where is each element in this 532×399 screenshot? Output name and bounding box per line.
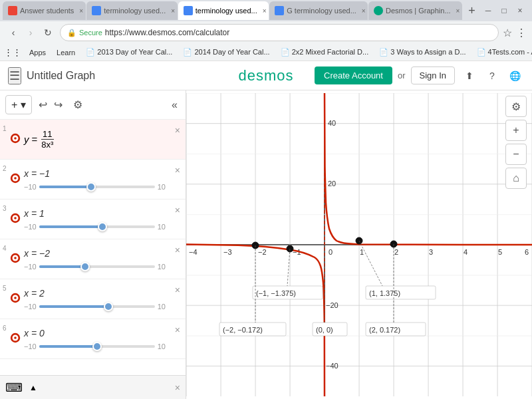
zoom-in-button[interactable]: + [505, 120, 527, 141]
new-tab-button[interactable]: + [463, 1, 481, 20]
graph-settings-button[interactable]: ⚙ [505, 96, 527, 117]
svg-point-11 [14, 257, 17, 259]
bookmarks-bar: ⋮⋮ Apps Learn 📄 2013 Day of Year Cal... … [0, 44, 532, 61]
expression-item-4: 4 × x = −2 −10 10 [0, 239, 186, 279]
url-bar[interactable]: 🔒 Secure https://www.desmos.com/calculat… [60, 24, 499, 41]
tab-label: Desmos | Graphin... [386, 7, 451, 15]
create-account-button[interactable]: Create Account [315, 66, 392, 84]
expr-number-2: 2 [3, 165, 7, 172]
bookmark-3ways[interactable]: 📄 3 Ways to Assign a D... [376, 47, 468, 58]
language-icon[interactable]: 🌐 [505, 66, 524, 85]
tab-terminology-1[interactable]: terminology used... × [86, 1, 177, 20]
tab-close-icon[interactable]: × [79, 7, 83, 15]
tab-favicon [8, 6, 17, 15]
tab-favicon [184, 6, 193, 15]
slider-track-6[interactable] [39, 345, 155, 348]
tab-label: G terminology used... [287, 7, 356, 15]
keyboard-close-button[interactable]: × [175, 382, 180, 393]
formula-lhs: y [24, 134, 29, 145]
slider-track-3[interactable] [39, 225, 155, 228]
reload-button[interactable]: ↻ [40, 25, 56, 41]
sidebar: + ▾ ↩ ↪ ⚙ « 1 × y [0, 90, 186, 399]
sign-in-button[interactable]: Sign In [411, 66, 455, 84]
svg-text:0: 0 [329, 248, 332, 256]
tab-close-icon[interactable]: × [171, 7, 175, 15]
zoom-out-button[interactable]: − [505, 144, 527, 165]
slider-track-4[interactable] [39, 265, 155, 268]
hamburger-menu-button[interactable]: ☰ [8, 67, 21, 84]
expression-item-6: 6 × x = 0 −10 10 [0, 319, 186, 359]
sidebar-toolbar: + ▾ ↩ ↪ ⚙ « [0, 90, 186, 120]
tab-close-icon[interactable]: × [263, 7, 267, 15]
svg-text:5: 5 [498, 248, 502, 256]
url-text: https://www.desmos.com/calculator [105, 28, 491, 37]
slider-min-5: −10 [24, 303, 37, 311]
help-icon[interactable]: ? [483, 66, 501, 85]
tab-favicon [374, 6, 383, 15]
tab-bar: Answer students × terminology used... × … [0, 0, 532, 21]
fraction-display: 11 8x³ [40, 130, 55, 149]
bookmark-apps[interactable]: Apps [27, 47, 49, 58]
undo-button[interactable]: ↩ [36, 96, 50, 114]
add-expression-button[interactable]: + ▾ [5, 95, 32, 114]
home-button[interactable]: ⌂ [505, 168, 527, 189]
slider-6[interactable]: −10 10 [24, 342, 166, 350]
keyboard-icon: ⌨ [5, 380, 23, 395]
tab-terminology-2[interactable]: terminology used... × [178, 1, 269, 20]
tab-desmos[interactable]: Desmos | Graphin... × [368, 1, 462, 20]
tab-answer-students[interactable]: Answer students × [3, 1, 86, 20]
expression-list: 1 × y = 11 8x³ 2 [0, 120, 186, 399]
expr-close-4[interactable]: × [175, 245, 180, 255]
expression-item-1: 1 × y = 11 8x³ [0, 120, 186, 160]
svg-point-17 [14, 336, 17, 339]
slider-track-2[interactable] [39, 186, 155, 188]
expr-close-3[interactable]: × [175, 205, 180, 215]
bookmark-2013[interactable]: 📄 2013 Day of Year Cal... [83, 47, 175, 58]
maximize-button[interactable]: □ [497, 4, 511, 17]
forward-button[interactable]: › [23, 25, 39, 41]
tab-close-icon[interactable]: × [456, 7, 460, 15]
bookmark-2014[interactable]: 📄 2014 Day of Year Cal... [180, 47, 272, 58]
close-button[interactable]: × [513, 4, 527, 17]
expr-close-1[interactable]: × [175, 125, 180, 136]
apps-icon: ⋮⋮ [4, 47, 21, 57]
slider-2[interactable]: −10 10 [24, 183, 166, 191]
slider-5[interactable]: −10 10 [24, 303, 166, 311]
browser-menu-icon[interactable]: ⋮ [516, 27, 527, 39]
label-2: (2, 0.172) [369, 326, 400, 334]
svg-text:40: 40 [328, 119, 336, 127]
bookmark-4tests[interactable]: 📄 4Tests.com - ACT Exa... [474, 47, 532, 58]
minimize-button[interactable]: ─ [481, 4, 495, 17]
redo-button[interactable]: ↪ [51, 96, 65, 114]
graph-area[interactable]: −4 −3 −2 −1 0 1 2 3 4 5 6 40 20 −20 −40 [186, 90, 532, 399]
bookmark-2x2[interactable]: 📄 2x2 Mixed Factorial D... [278, 47, 372, 58]
slider-track-5[interactable] [39, 305, 155, 308]
expr-close-2[interactable]: × [175, 165, 180, 176]
slider-min-4: −10 [24, 263, 37, 271]
tab-close-icon[interactable]: × [362, 7, 366, 15]
keyboard-button[interactable]: ⌨ ▲ × [0, 375, 186, 399]
svg-text:1: 1 [360, 248, 364, 256]
bookmark-icon[interactable]: ☆ [503, 27, 512, 39]
tab-label: Answer students [20, 7, 74, 15]
slider-min-3: −10 [24, 223, 37, 231]
expr-close-5[interactable]: × [175, 285, 180, 295]
share-icon[interactable]: ⬆ [460, 66, 479, 85]
app-title: Untitled Graph [27, 70, 95, 82]
tab-terminology-3[interactable]: G terminology used... × [269, 1, 368, 20]
slider-3[interactable]: −10 10 [24, 223, 166, 231]
slider-max-6: 10 [158, 342, 166, 350]
expr-icon-3 [9, 212, 21, 227]
expr-number-4: 4 [3, 245, 7, 252]
svg-text:20: 20 [328, 180, 336, 188]
collapse-sidebar-button[interactable]: « [169, 96, 180, 114]
settings-button[interactable]: ⚙ [70, 96, 85, 114]
expr-close-6[interactable]: × [175, 325, 180, 335]
back-button[interactable]: ‹ [5, 25, 21, 41]
keyboard-expand-icon: ▲ [29, 383, 37, 392]
expr-formula-1[interactable]: y = 11 8x³ [24, 130, 166, 149]
slider-4[interactable]: −10 10 [24, 263, 166, 271]
tab-label: terminology used... [196, 7, 257, 15]
bookmark-learn[interactable]: Learn [54, 47, 78, 58]
svg-text:−3: −3 [223, 248, 232, 256]
